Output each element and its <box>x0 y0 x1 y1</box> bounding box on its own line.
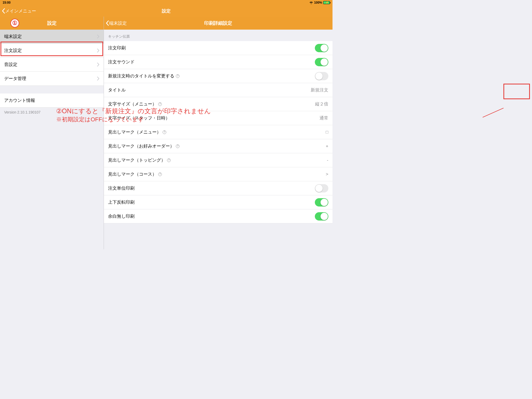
chevron-right-icon <box>97 63 99 66</box>
chevron-left-icon <box>105 20 109 26</box>
chevron-right-icon <box>97 49 99 52</box>
row-heading-mark-topping[interactable]: 見出しマーク（トッピング）? - <box>104 153 332 167</box>
help-icon[interactable]: ? <box>176 144 179 148</box>
detail-pane: 端末設定 印刷詳細設定 キッチン伝票 注文印刷 注文サウンド 新規注文時のタイト… <box>104 17 332 249</box>
row-label: 上下反転印刷 <box>108 199 135 205</box>
battery-icon: ⚡ <box>323 1 330 4</box>
sidebar: ① 設定 端末設定 注文設定 音設定 データ管理 アカウント <box>0 17 104 249</box>
row-label: 見出しマーク（トッピング）? <box>108 157 171 163</box>
row-order-print[interactable]: 注文印刷 <box>104 41 332 55</box>
sidebar-header: ① 設定 <box>0 17 104 30</box>
status-time: 15:00 <box>3 1 11 4</box>
row-value: - <box>327 158 328 163</box>
toggle-order-print[interactable] <box>315 44 328 52</box>
row-change-new-order-title[interactable]: 新規注文時のタイトルを変更する? <box>104 69 332 83</box>
sidebar-item-terminal-settings[interactable]: 端末設定 <box>0 30 104 44</box>
row-label: 余白無し印刷 <box>108 213 135 219</box>
chevron-left-icon <box>2 8 5 14</box>
sidebar-item-label: 端末設定 <box>4 34 22 39</box>
row-flip-print[interactable]: 上下反転印刷 <box>104 195 332 209</box>
toggle-order-sound[interactable] <box>315 58 328 66</box>
sidebar-item-data-management[interactable]: データ管理 <box>0 72 104 86</box>
toggle-change-title[interactable] <box>315 72 328 80</box>
row-label: 見出しマーク（お好みオーダー）? <box>108 143 179 149</box>
sidebar-title: 設定 <box>47 20 57 26</box>
toggle-no-margin-print[interactable] <box>315 212 328 221</box>
section-header-kitchen: キッチン伝票 <box>104 30 332 41</box>
row-label: 注文印刷 <box>108 45 126 51</box>
back-label-detail: 端末設定 <box>109 20 127 26</box>
row-per-order-print[interactable]: 注文単位印刷 <box>104 181 332 195</box>
nav-bar: メインメニュー 設定 <box>0 5 332 17</box>
sidebar-item-label: アカウント情報 <box>4 97 35 103</box>
toggle-per-order-print[interactable] <box>315 184 328 192</box>
row-value: 新規注文 <box>311 87 328 93</box>
help-icon[interactable]: ? <box>176 74 179 78</box>
chevron-right-icon <box>97 35 99 38</box>
help-icon[interactable]: ? <box>158 172 162 176</box>
row-value: 縦２倍 <box>315 101 328 107</box>
row-title-value[interactable]: タイトル 新規注文 <box>104 83 332 97</box>
wifi-icon <box>309 1 313 4</box>
row-label: タイトル <box>108 87 126 93</box>
annotation-badge-1: ① <box>10 19 19 28</box>
row-label: 見出しマーク（メニュー）? <box>108 129 166 135</box>
sidebar-item-label: データ管理 <box>4 76 26 82</box>
sidebar-item-label: 注文設定 <box>4 48 22 54</box>
detail-header: 端末設定 印刷詳細設定 <box>104 17 332 30</box>
row-label: 注文サウンド <box>108 59 135 65</box>
row-value: + <box>326 144 328 149</box>
row-label: 文字サイズ（メニュー）? <box>108 101 162 107</box>
row-value: 通常 <box>320 115 328 121</box>
row-heading-mark-menu[interactable]: 見出しマーク（メニュー）? □ <box>104 125 332 139</box>
sidebar-item-sound-settings[interactable]: 音設定 <box>0 58 104 72</box>
row-label: 新規注文時のタイトルを変更する? <box>108 73 179 79</box>
sidebar-item-label: 音設定 <box>4 62 17 68</box>
back-button-detail[interactable]: 端末設定 <box>104 20 127 26</box>
annotation-text: ②ONにすると『新規注文』の文言が印字されません ※初期設定はOFFになっていま… <box>56 107 211 124</box>
back-button-main[interactable]: メインメニュー <box>0 8 36 14</box>
status-bar: 15:00 100% ⚡ <box>0 0 332 5</box>
sidebar-item-account-info[interactable]: アカウント情報 <box>0 94 104 108</box>
toggle-flip-print[interactable] <box>315 198 328 207</box>
back-label-main: メインメニュー <box>5 8 36 14</box>
help-icon[interactable]: ? <box>158 102 162 106</box>
detail-title: 印刷詳細設定 <box>204 20 232 26</box>
sidebar-item-order-settings[interactable]: 注文設定 <box>0 44 104 58</box>
chevron-right-icon <box>97 77 99 81</box>
row-order-sound[interactable]: 注文サウンド <box>104 55 332 69</box>
row-heading-mark-custom-order[interactable]: 見出しマーク（お好みオーダー）? + <box>104 139 332 153</box>
help-icon[interactable]: ? <box>167 158 171 162</box>
row-no-margin-print[interactable]: 余白無し印刷 <box>104 209 332 223</box>
annotation-text-line1: ②ONにすると『新規注文』の文言が印字されません <box>56 107 211 116</box>
row-label: 注文単位印刷 <box>108 185 135 191</box>
battery-percent: 100% <box>314 1 322 4</box>
row-value: > <box>326 172 328 177</box>
nav-title: 設定 <box>162 8 171 14</box>
row-value: □ <box>326 130 328 135</box>
row-heading-mark-course[interactable]: 見出しマーク（コース）? > <box>104 167 332 181</box>
annotation-text-line2: ※初期設定はOFFになっています <box>56 116 211 124</box>
row-label: 見出しマーク（コース）? <box>108 171 162 177</box>
help-icon[interactable]: ? <box>163 130 166 134</box>
